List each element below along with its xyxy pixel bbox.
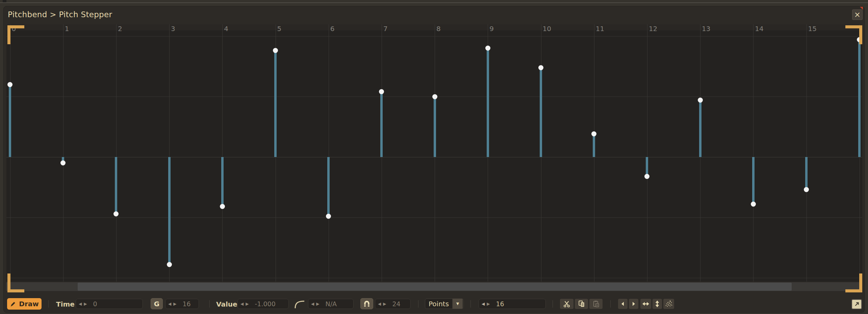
- step-bar[interactable]: [593, 134, 595, 157]
- randomize-button[interactable]: [663, 299, 674, 309]
- step-bar[interactable]: [168, 157, 171, 265]
- step-bar[interactable]: [858, 40, 861, 157]
- step-bar[interactable]: [9, 84, 11, 157]
- decrement-arrow-icon[interactable]: ◀: [79, 302, 82, 306]
- value-label: Value: [216, 300, 237, 308]
- increment-arrow-icon[interactable]: ▶: [246, 302, 249, 306]
- ruler-number: 6: [330, 25, 335, 33]
- pitch-stepper-window: Pitchbend > Pitch Stepper × 012345678910…: [0, 0, 868, 314]
- step-bar[interactable]: [646, 157, 648, 176]
- step-bar[interactable]: [752, 157, 755, 204]
- curve-slope-field[interactable]: ◀ ▶ N/A: [308, 299, 354, 309]
- points-mode-dropdown[interactable]: Points ▼: [425, 298, 464, 309]
- curve-slope-value: N/A: [325, 300, 337, 308]
- arrow-up-right-icon: [854, 301, 860, 307]
- time-field[interactable]: ◀ ▶ 0: [76, 299, 143, 309]
- toolbar-separator: [553, 300, 553, 308]
- step-point[interactable]: [644, 174, 649, 179]
- step-point[interactable]: [167, 262, 172, 267]
- value-value: -1.000: [255, 300, 275, 308]
- loop-marker-bottom-left[interactable]: [7, 289, 24, 292]
- step-bar[interactable]: [221, 157, 224, 207]
- step-point[interactable]: [326, 214, 331, 219]
- step-point[interactable]: [220, 204, 225, 209]
- arrow-left-icon: [620, 301, 626, 307]
- snap-magnet-toggle[interactable]: [360, 298, 373, 309]
- step-point[interactable]: [60, 160, 66, 165]
- increment-arrow-icon[interactable]: ▶: [487, 302, 490, 306]
- ruler-number: 5: [277, 25, 282, 33]
- points-count-field[interactable]: ◀ ▶ 16: [479, 299, 546, 309]
- paste-button[interactable]: [589, 299, 603, 309]
- step-bar[interactable]: [487, 48, 489, 157]
- step-point[interactable]: [538, 65, 543, 70]
- cut-button[interactable]: [560, 299, 573, 309]
- step-bar[interactable]: [327, 157, 330, 216]
- toolbar-separator: [610, 300, 611, 308]
- grid-snap-icon: G: [154, 300, 159, 308]
- draw-mode-button[interactable]: Draw: [7, 298, 42, 310]
- top-divider: [0, 2, 868, 3]
- decrement-arrow-icon[interactable]: ◀: [168, 302, 171, 306]
- step-point[interactable]: [7, 82, 12, 87]
- flip-horizontal-button[interactable]: [640, 299, 651, 309]
- decrement-arrow-icon[interactable]: ◀: [378, 302, 381, 306]
- flip-vertical-icon: [655, 300, 660, 308]
- step-point[interactable]: [751, 202, 756, 207]
- paste-icon: [592, 300, 600, 308]
- step-bar[interactable]: [380, 92, 383, 157]
- step-bar[interactable]: [115, 157, 117, 214]
- step-point[interactable]: [485, 46, 490, 51]
- step-bar[interactable]: [805, 157, 808, 190]
- increment-arrow-icon[interactable]: ▶: [84, 302, 87, 306]
- loop-marker-bottom-right[interactable]: [845, 289, 862, 292]
- step-bar[interactable]: [699, 100, 701, 157]
- vertical-gridline: [116, 24, 117, 282]
- loop-marker-top-right-arm[interactable]: [859, 25, 862, 44]
- step-point[interactable]: [698, 98, 703, 103]
- chevron-down-icon[interactable]: ▼: [452, 299, 463, 309]
- horizontal-gridline: [6, 217, 862, 218]
- copy-button[interactable]: [575, 299, 588, 309]
- previous-point-button[interactable]: [618, 299, 628, 309]
- value-field[interactable]: ◀ ▶ -1.000: [237, 299, 289, 309]
- ruler-number: 7: [383, 25, 388, 33]
- step-point[interactable]: [432, 94, 437, 99]
- step-point[interactable]: [591, 131, 596, 136]
- decrement-arrow-icon[interactable]: ◀: [311, 302, 314, 306]
- step-editor-grid[interactable]: 0123456789101112131415: [6, 24, 862, 282]
- timeline-ruler[interactable]: [6, 24, 862, 30]
- step-bar[interactable]: [540, 68, 542, 157]
- increment-arrow-icon[interactable]: ▶: [383, 302, 386, 306]
- arrow-right-icon: [631, 301, 636, 307]
- step-bar[interactable]: [434, 97, 436, 157]
- flip-vertical-button[interactable]: [653, 299, 662, 309]
- grid-snap-toggle[interactable]: G: [151, 298, 163, 309]
- decrement-arrow-icon[interactable]: ◀: [482, 302, 485, 306]
- step-point[interactable]: [804, 187, 809, 192]
- points-count-value: 16: [496, 300, 504, 308]
- horizontal-scrollbar-thumb[interactable]: [78, 283, 792, 291]
- grid-division-field[interactable]: ◀ ▶ 16: [165, 299, 199, 309]
- increment-arrow-icon[interactable]: ▶: [316, 302, 319, 306]
- snap-amount-field[interactable]: ◀ ▶ 24: [375, 299, 411, 309]
- horizontal-gridline: [6, 278, 862, 278]
- snap-amount-value: 24: [392, 300, 400, 308]
- vertical-gridline: [63, 24, 63, 282]
- increment-arrow-icon[interactable]: ▶: [173, 302, 176, 306]
- expand-button[interactable]: [851, 299, 862, 309]
- step-bar[interactable]: [274, 51, 277, 157]
- step-point[interactable]: [113, 211, 119, 216]
- scissors-icon: [563, 300, 570, 308]
- horizontal-gridline: [6, 157, 862, 157]
- next-point-button[interactable]: [629, 299, 638, 309]
- ruler-number: 10: [543, 25, 551, 33]
- pencil-icon: [10, 301, 16, 307]
- step-point[interactable]: [273, 48, 278, 53]
- ruler-number: 13: [702, 25, 710, 33]
- loop-marker-top-left-arm[interactable]: [7, 25, 10, 44]
- close-button[interactable]: ×: [852, 9, 863, 20]
- decrement-arrow-icon[interactable]: ◀: [240, 302, 244, 306]
- step-point[interactable]: [379, 89, 384, 94]
- toolbar-separator: [48, 300, 49, 308]
